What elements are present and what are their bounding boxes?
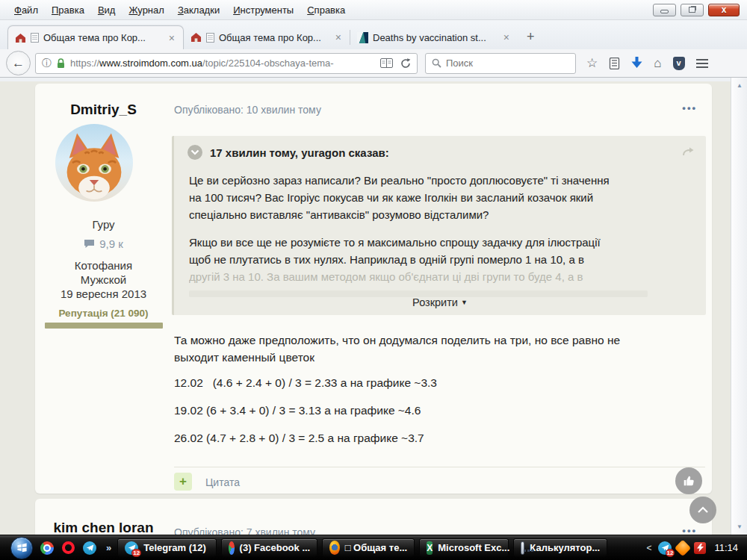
page-top-strip <box>0 78 747 81</box>
url-text[interactable]: https://www.stroimdom.com.ua/topic/22510… <box>70 57 375 69</box>
back-to-top-button[interactable] <box>689 497 716 523</box>
opera-icon[interactable] <box>62 541 75 554</box>
firefox-icon <box>329 541 339 555</box>
system-tray: < 12 11:14 <box>646 541 747 555</box>
menu-help[interactable]: Справка <box>300 1 352 19</box>
reader-mode-icon[interactable] <box>380 58 393 68</box>
multiquote-plus-button[interactable]: + <box>174 473 192 491</box>
quote-reply-button[interactable]: Цитата <box>205 476 240 488</box>
tab-forum-topic-2[interactable]: Общая тема про Кор... × <box>184 25 350 49</box>
windows-taskbar: » 12 Telegram (12) (3) Facebook ... □ Об… <box>0 535 747 560</box>
menu-tools[interactable]: Инструменты <box>226 1 300 19</box>
quick-launch-overflow-icon[interactable]: » <box>106 542 111 553</box>
menu-history[interactable]: Журнал <box>122 1 170 19</box>
telegram-icon[interactable] <box>83 541 96 555</box>
cat-avatar-image <box>55 124 133 202</box>
post-author-link[interactable]: Dmitriy_S <box>35 102 172 118</box>
post-options-button[interactable]: ••• <box>682 102 697 113</box>
tray-expand-icon[interactable]: < <box>646 543 651 553</box>
menu-bar: Файл Правка Вид Журнал Закладки Инструме… <box>7 1 352 19</box>
close-button[interactable]: x <box>708 4 740 16</box>
shield-addon-icon[interactable]: v <box>673 57 685 70</box>
tab-title: Общая тема про Кор... <box>219 32 329 43</box>
bookmark-star-icon[interactable]: ☆ <box>586 57 598 69</box>
quote-block: 17 хвилин тому, yuragon сказав: Це ви се… <box>172 136 706 315</box>
tab-close-icon[interactable]: × <box>167 32 176 44</box>
quote-collapse-icon[interactable] <box>187 145 202 160</box>
avatar[interactable] <box>55 124 133 202</box>
new-tab-button[interactable]: + <box>518 29 544 49</box>
page-content: Dmitriy_S Гуру 9, <box>0 78 747 535</box>
taskbar-button-telegram[interactable]: 12 Telegram (12) <box>117 538 217 557</box>
forum-post-1: Dmitriy_S Гуру 9, <box>35 84 712 494</box>
chrome-icon[interactable] <box>40 541 54 555</box>
downloads-icon[interactable] <box>631 57 642 69</box>
tab-owid-deaths[interactable]: Deaths by vaccination st... × <box>350 25 518 49</box>
taskbar-button-label: (3) Facebook ... <box>240 542 311 553</box>
unread-badge: 12 <box>666 549 675 557</box>
member-location: Котофания <box>35 259 172 272</box>
post-author-link[interactable]: kim chen loran <box>35 520 172 536</box>
chevron-down-icon: ▼ <box>461 299 468 306</box>
quote-body: Це ви серйозно зараз написали? Ви реальн… <box>189 172 692 297</box>
taskbar-button-label: Калькулятор... <box>530 542 600 553</box>
page-icon <box>31 33 39 43</box>
quote-line: щоб не плутатись в тих нулях. Наприклад … <box>189 251 692 268</box>
speech-bubble-icon <box>84 239 95 249</box>
goto-quoted-post-icon[interactable] <box>682 146 694 159</box>
menu-file[interactable]: Файл <box>7 1 45 19</box>
taskbar-button-facebook-chrome[interactable]: (3) Facebook ... <box>221 538 317 557</box>
search-bar[interactable] <box>425 53 576 74</box>
site-house-icon <box>190 32 202 43</box>
back-button[interactable]: ← <box>6 51 31 75</box>
window-titlebar: Файл Правка Вид Журнал Закладки Инструме… <box>0 0 747 20</box>
menu-edit[interactable]: Правка <box>45 1 91 19</box>
menu-bookmarks[interactable]: Закладки <box>171 1 226 19</box>
tray-orange-app-icon[interactable] <box>675 539 692 556</box>
tab-bar: Общая тема про Кор... × Общая тема про К… <box>0 20 747 49</box>
taskbar-button-excel[interactable]: X Microsoft Exc... <box>419 538 509 557</box>
taskbar-clock[interactable]: 11:14 <box>714 542 738 553</box>
like-button[interactable] <box>675 467 702 494</box>
search-input[interactable] <box>446 57 551 69</box>
tab-close-icon[interactable]: × <box>502 31 511 43</box>
tab-forum-topic-1[interactable]: Общая тема про Кор... × <box>7 25 184 49</box>
quote-attribution[interactable]: 17 хвилин тому, yuragon сказав: <box>210 146 389 159</box>
page-scrollbar[interactable]: ▲ ▼ <box>731 78 747 535</box>
hamburger-menu-icon[interactable] <box>696 59 708 68</box>
menu-view[interactable]: Вид <box>91 1 123 19</box>
https-lock-icon[interactable] <box>57 58 65 69</box>
bookmarks-list-icon[interactable] <box>609 57 620 69</box>
scroll-up-arrow[interactable]: ▲ <box>731 82 747 89</box>
quote-expand-button[interactable]: Розкрити▼ <box>174 296 706 308</box>
quote-line: Якщо ви все ще не розумієте то я максима… <box>189 234 692 251</box>
posts-count-row: 9,9 к <box>35 237 172 250</box>
refresh-icon[interactable] <box>400 58 411 69</box>
url-bar[interactable]: ⓘ https://www.stroimdom.com.ua/topic/225… <box>35 53 418 74</box>
tab-title: Deaths by vaccination st... <box>373 32 498 43</box>
tray-red-app-icon[interactable] <box>694 542 706 554</box>
page-icon <box>206 33 214 43</box>
taskbar-button-firefox[interactable]: □ Общая те... <box>322 538 415 557</box>
scroll-down-arrow[interactable]: ▼ <box>731 523 747 530</box>
chrome-icon <box>229 541 234 555</box>
post-text-line: Та можно даже предположить, что он додум… <box>174 332 708 349</box>
tab-close-icon[interactable]: × <box>334 31 343 43</box>
minimize-icon <box>660 10 669 13</box>
navigation-toolbar: ← ⓘ https://www.stroimdom.com.ua/topic/2… <box>0 49 747 78</box>
taskbar-button-calculator[interactable]: Калькулятор... <box>513 538 607 557</box>
site-info-icon[interactable]: ⓘ <box>42 57 52 70</box>
restore-button[interactable] <box>681 4 704 16</box>
reputation-bar <box>45 323 163 329</box>
home-icon[interactable]: ⌂ <box>654 57 661 69</box>
start-button[interactable] <box>10 537 33 559</box>
reputation-label[interactable]: Репутація (21 090) <box>35 308 172 319</box>
post-text-line: выходит каменный цветок <box>174 349 708 366</box>
minimize-button[interactable] <box>653 4 676 16</box>
search-icon <box>432 58 441 68</box>
quote-header: 17 хвилин тому, yuragon сказав: <box>187 145 694 160</box>
taskbar-button-label: Telegram (12) <box>143 542 206 553</box>
posts-count: 9,9 к <box>99 237 123 250</box>
post-footer-divider <box>174 467 705 467</box>
windows-logo-icon <box>16 542 28 553</box>
